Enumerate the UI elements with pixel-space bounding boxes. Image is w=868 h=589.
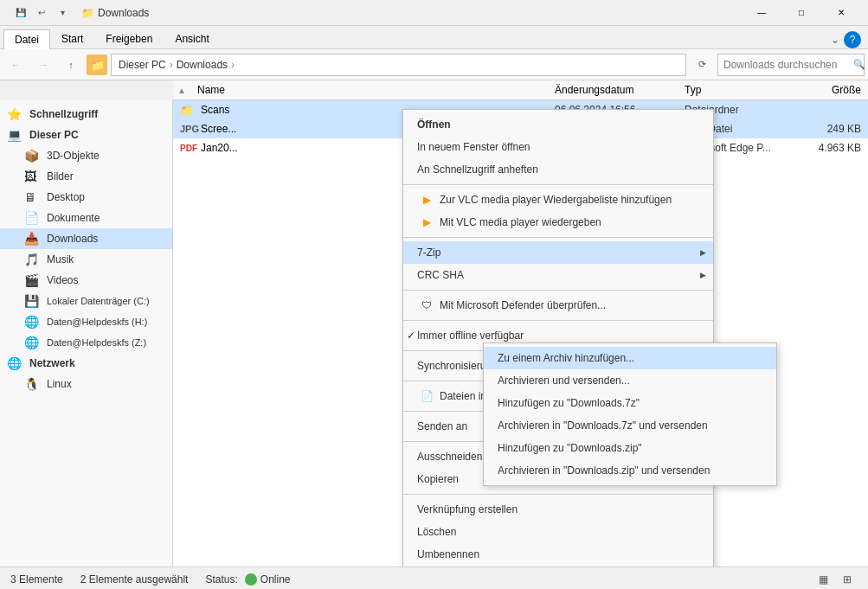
ctx-sep-9 [403, 494, 713, 495]
window-folder-icon: 📁 [81, 7, 94, 19]
sidebar-item-linux[interactable]: 🐧 Linux [0, 374, 172, 394]
downloads-icon: 📥 [24, 232, 42, 246]
ctx-schnellzugriff[interactable]: An Schnellzugriff anheften [403, 158, 713, 181]
linux-icon: 🐧 [24, 377, 42, 391]
vlc-icon-1: ▶ [417, 194, 436, 206]
sort-col: ▲ [173, 80, 190, 99]
col-date-header[interactable]: Änderungsdatum [548, 80, 678, 99]
refresh-button[interactable]: ⟳ [690, 53, 714, 77]
tab-start[interactable]: Start [50, 29, 94, 48]
sidebar-item-dieser-pc[interactable]: 💻 Dieser PC [0, 125, 172, 145]
bilder-icon: 🖼 [24, 170, 42, 183]
sidebar-item-videos[interactable]: 🎬 Videos [0, 270, 172, 291]
ctx-sep-3 [403, 290, 713, 291]
tab-freigeben[interactable]: Freigeben [94, 29, 164, 48]
ctx-loeschen[interactable]: Löschen [403, 521, 713, 543]
submenu-archiv-hinzufuegen[interactable]: Zu einem Archiv hinzufügen... [484, 347, 776, 369]
sidebar-item-downloads[interactable]: 📥 Downloads [0, 228, 172, 249]
musik-icon: 🎵 [24, 253, 42, 266]
main-area: ⭐ Schnellzugriff 💻 Dieser PC 📦 3D-Objekt… [0, 100, 868, 567]
submenu-hinzufuegen-7z[interactable]: Hinzufügen zu "Downloads.7z" [484, 392, 776, 414]
tab-ansicht[interactable]: Ansicht [164, 29, 220, 48]
helpdeskfs-z-icon: 🌐 [24, 336, 42, 349]
acrobat-icon: 📄 [417, 390, 436, 402]
ctx-sep-1 [403, 184, 713, 185]
forward-button[interactable]: → [31, 53, 55, 77]
dokumente-icon: 📄 [24, 211, 42, 225]
submenu-hinzufuegen-zip[interactable]: Hinzufügen zu "Downloads.zip" [484, 437, 776, 459]
address-path[interactable]: Dieser PC › Downloads › [111, 54, 686, 76]
schnellzugriff-icon: ⭐ [7, 107, 24, 121]
col-name-header[interactable]: Name [190, 80, 548, 99]
view-large-icon[interactable]: ⊞ [837, 569, 858, 590]
back-button[interactable]: ← [3, 53, 28, 77]
ctx-defender[interactable]: 🛡 Mit Microsoft Defender überprüfen... [403, 294, 713, 317]
sidebar-item-netzwerk[interactable]: 🌐 Netzwerk [0, 353, 172, 374]
sidebar: ⭐ Schnellzugriff 💻 Dieser PC 📦 3D-Objekt… [0, 100, 173, 567]
help-button[interactable]: ? [844, 31, 861, 48]
sidebar-item-musik[interactable]: 🎵 Musik [0, 249, 172, 270]
sidebar-item-helpdeskfs-z[interactable]: 🌐 Daten@Helpdeskfs (Z:) [0, 332, 172, 353]
qat-undo[interactable]: ↩ [31, 3, 52, 23]
ctx-umbenennen[interactable]: Umbenennen [403, 543, 713, 566]
sidebar-item-helpdeskfs-h[interactable]: 🌐 Daten@Helpdeskfs (H:) [0, 311, 172, 332]
path-sep-1: › [170, 59, 173, 71]
desktop-icon: 🖥 [24, 190, 42, 204]
status-label: Status: [205, 573, 237, 586]
status-bar: 3 Elemente 2 Elemente ausgewählt Status:… [0, 567, 868, 589]
sidebar-item-3d-objekte[interactable]: 📦 3D-Objekte [0, 145, 172, 166]
lokaler-icon: 💾 [24, 294, 42, 308]
status-icons: ▦ ⊞ [813, 569, 858, 590]
online-text: Online [260, 573, 291, 586]
close-button[interactable]: ✕ [821, 0, 861, 26]
3d-objekte-icon: 📦 [24, 149, 42, 163]
sidebar-item-bilder[interactable]: 🖼 Bilder [0, 166, 172, 187]
window-title: Downloads [98, 7, 149, 19]
search-icon: 🔍 [853, 59, 865, 70]
pdf-icon: PDF [180, 144, 196, 153]
sidebar-item-lokaler-datentraeger[interactable]: 💾 Lokaler Datenträger (C:) [0, 291, 172, 311]
submenu-7zip: Zu einem Archiv hinzufügen... Archiviere… [483, 343, 777, 486]
ctx-oeffnen[interactable]: Öffnen [403, 113, 713, 136]
folder-icon: 📁 [180, 104, 196, 117]
ctx-verknuepfung[interactable]: Verknüpfung erstellen [403, 498, 713, 521]
minimize-button[interactable]: ― [742, 0, 781, 26]
jpg-icon: JPG [180, 124, 196, 134]
ribbon: Datei Start Freigeben Ansicht ⌄ ? [0, 26, 868, 49]
sidebar-item-dokumente[interactable]: 📄 Dokumente [0, 208, 172, 228]
col-type-header[interactable]: Typ [678, 80, 781, 99]
up-button[interactable]: ↑ [59, 53, 83, 77]
tab-datei[interactable]: Datei [3, 29, 50, 49]
defender-icon: 🛡 [417, 299, 436, 311]
view-details-icon[interactable]: ▦ [813, 569, 833, 590]
search-box[interactable]: 🔍 [717, 54, 865, 76]
netzwerk-icon: 🌐 [7, 356, 24, 370]
vlc-icon-2: ▶ [417, 216, 436, 228]
ctx-vlc-play[interactable]: ▶ Mit VLC media player wiedergeben [403, 211, 713, 234]
sidebar-item-schnellzugriff[interactable]: ⭐ Schnellzugriff [0, 104, 172, 125]
ribbon-expand-btn[interactable]: ⌄ [826, 31, 844, 48]
sidebar-item-desktop[interactable]: 🖥 Desktop [0, 187, 172, 208]
qat-dropdown[interactable]: ▾ [52, 3, 73, 23]
ctx-vlc-playlist[interactable]: ▶ Zur VLC media player Wiedergabeliste h… [403, 189, 713, 211]
search-input[interactable] [723, 59, 853, 71]
file-list: 📁 Scans 06.06.2024 16:56 Dateiordner JPG… [173, 100, 868, 567]
submenu-archivieren-versenden[interactable]: Archivieren und versenden... [484, 369, 776, 392]
ctx-sep-2 [403, 237, 713, 238]
path-dieser-pc[interactable]: Dieser PC [119, 59, 166, 71]
path-downloads[interactable]: Downloads [177, 59, 228, 71]
title-bar: 💾 ↩ ▾ 📁 Downloads ― □ ✕ [0, 0, 868, 26]
ctx-7zip[interactable]: 7-Zip [403, 241, 713, 264]
dieser-pc-icon: 💻 [7, 128, 24, 142]
column-headers: ▲ Name Änderungsdatum Typ Größe [173, 80, 868, 100]
submenu-archivieren-7z[interactable]: Archivieren in "Downloads.7z" und versen… [484, 414, 776, 437]
qat-save[interactable]: 💾 [10, 3, 31, 23]
maximize-button[interactable]: □ [781, 0, 821, 26]
ctx-sep-4 [403, 320, 713, 321]
col-size-header[interactable]: Größe [781, 80, 868, 99]
ctx-neues-fenster[interactable]: In neuem Fenster öffnen [403, 136, 713, 158]
ctx-crc-sha[interactable]: CRC SHA [403, 264, 713, 286]
submenu-archivieren-zip[interactable]: Archivieren in "Downloads.zip" und verse… [484, 459, 776, 482]
context-menu: Öffnen In neuem Fenster öffnen An Schnel… [402, 109, 714, 567]
path-sep-2: › [231, 59, 235, 71]
